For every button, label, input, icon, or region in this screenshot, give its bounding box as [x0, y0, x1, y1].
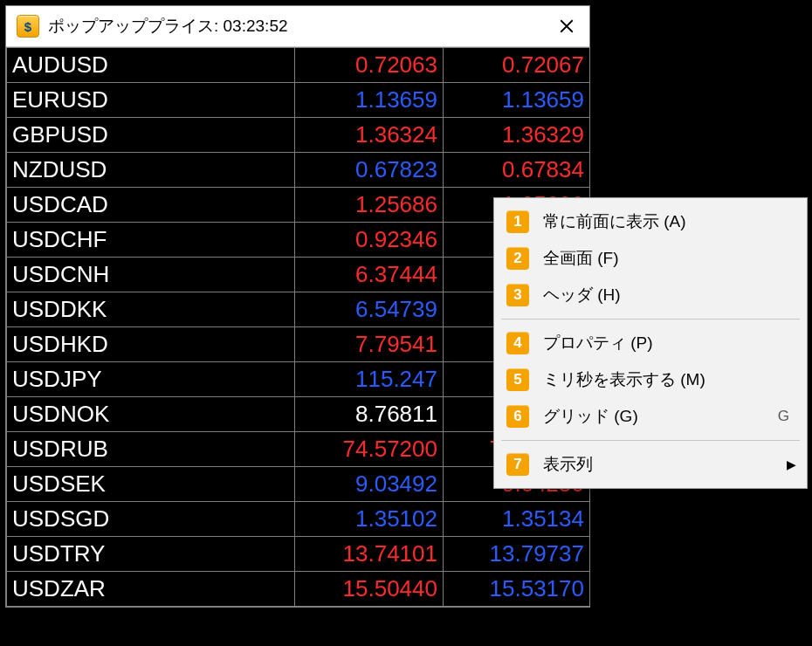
bid-cell: 6.37444 — [295, 258, 444, 292]
menu-item[interactable]: 2全画面 (F) — [494, 240, 807, 277]
bid-cell: 0.67823 — [295, 153, 444, 188]
close-icon — [559, 18, 575, 34]
menu-item-label: ヘッダ (H) — [543, 284, 795, 306]
ask-cell: 0.67834 — [444, 153, 590, 188]
price-row[interactable]: USDSGD1.351021.35134 — [7, 502, 590, 537]
price-row[interactable]: NZDUSD0.678230.67834 — [7, 153, 590, 188]
menu-item-label: 常に前面に表示 (A) — [543, 210, 795, 233]
bid-cell: 7.79541 — [295, 327, 444, 362]
bid-cell: 15.50440 — [295, 572, 444, 607]
menu-item-label: グリッド (G) — [543, 405, 778, 428]
window-title: ポップアッププライス: 03:23:52 — [48, 15, 544, 38]
ask-cell: 1.36329 — [444, 118, 590, 153]
menu-number-badge: 6 — [506, 405, 529, 428]
menu-item-label: プロパティ (P) — [543, 332, 795, 354]
menu-number-badge: 5 — [506, 368, 529, 391]
symbol-cell: USDJPY — [7, 362, 295, 397]
symbol-cell: USDSGD — [7, 502, 295, 537]
menu-accelerator: G — [778, 408, 789, 425]
close-button[interactable] — [544, 6, 589, 46]
ask-cell: 0.72067 — [444, 48, 590, 83]
ask-cell: 13.79737 — [444, 537, 590, 572]
price-row[interactable]: AUDUSD0.720630.72067 — [7, 48, 590, 83]
symbol-cell: USDNOK — [7, 397, 295, 432]
ask-cell: 1.35134 — [444, 502, 590, 537]
menu-item[interactable]: 5ミリ秒を表示する (M) — [494, 361, 807, 398]
menu-number-badge: 4 — [506, 332, 529, 354]
bid-cell: 8.76811 — [295, 397, 444, 432]
menu-item[interactable]: 4プロパティ (P) — [494, 325, 807, 361]
context-menu[interactable]: 1常に前面に表示 (A)2全画面 (F)3ヘッダ (H)4プロパティ (P)5ミ… — [493, 197, 808, 489]
price-row[interactable]: EURUSD1.136591.13659 — [7, 83, 590, 118]
submenu-arrow-icon: ▶ — [787, 457, 796, 471]
bid-cell: 1.25686 — [295, 188, 444, 223]
bid-cell: 0.92346 — [295, 223, 444, 258]
menu-number-badge: 7 — [506, 453, 529, 476]
symbol-cell: USDRUB — [7, 432, 295, 467]
symbol-cell: USDDKK — [7, 292, 295, 327]
symbol-cell: USDCHF — [7, 223, 295, 258]
symbol-cell: USDCAD — [7, 188, 295, 223]
menu-number-badge: 3 — [506, 284, 529, 306]
ask-cell: 1.13659 — [444, 83, 590, 118]
symbol-cell: GBPUSD — [7, 118, 295, 153]
menu-item-label: 全画面 (F) — [543, 247, 795, 270]
menu-item-label: 表示列 — [543, 453, 795, 476]
bid-cell: 13.74101 — [295, 537, 444, 572]
symbol-cell: EURUSD — [7, 83, 295, 118]
symbol-cell: USDHKD — [7, 327, 295, 362]
bid-cell: 1.13659 — [295, 83, 444, 118]
price-row[interactable]: GBPUSD1.363241.36329 — [7, 118, 590, 153]
menu-item[interactable]: 6グリッド (G)G — [494, 398, 807, 435]
menu-item[interactable]: 7表示列▶ — [494, 446, 807, 483]
menu-separator — [501, 319, 800, 320]
bid-cell: 0.72063 — [295, 48, 444, 83]
price-row[interactable]: USDZAR15.5044015.53170 — [7, 572, 590, 607]
bid-cell: 9.03492 — [295, 467, 444, 502]
menu-separator — [501, 440, 800, 441]
bid-cell: 1.36324 — [295, 118, 444, 153]
dollar-icon: $ — [17, 15, 39, 38]
ask-cell: 15.53170 — [444, 572, 590, 607]
symbol-cell: USDSEK — [7, 467, 295, 502]
symbol-cell: AUDUSD — [7, 48, 295, 83]
menu-item-label: ミリ秒を表示する (M) — [543, 368, 795, 391]
bid-cell: 6.54739 — [295, 292, 444, 327]
bid-cell: 74.57200 — [295, 432, 444, 467]
menu-item[interactable]: 1常に前面に表示 (A) — [494, 203, 807, 240]
price-row[interactable]: USDTRY13.7410113.79737 — [7, 537, 590, 572]
symbol-cell: NZDUSD — [7, 153, 295, 188]
bid-cell: 115.247 — [295, 362, 444, 397]
symbol-cell: USDCNH — [7, 258, 295, 292]
menu-number-badge: 1 — [506, 210, 529, 233]
menu-number-badge: 2 — [506, 247, 529, 270]
menu-item[interactable]: 3ヘッダ (H) — [494, 277, 807, 313]
titlebar[interactable]: $ ポップアッププライス: 03:23:52 — [6, 6, 589, 47]
bid-cell: 1.35102 — [295, 502, 444, 537]
symbol-cell: USDZAR — [7, 572, 295, 607]
symbol-cell: USDTRY — [7, 537, 295, 572]
